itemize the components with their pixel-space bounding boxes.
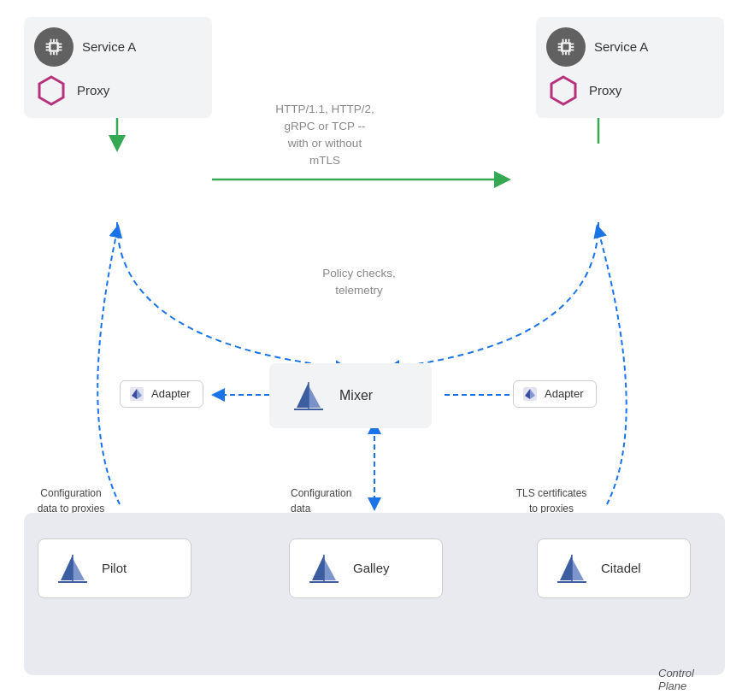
citadel-sail-icon [553,550,591,587]
svg-rect-20 [51,44,57,50]
svg-marker-21 [39,77,63,104]
citadel-box: Citadel [537,538,691,598]
galley-sail-icon [305,550,343,587]
diagram: Service A Proxy [9,9,739,692]
left-service-row: Service A [34,27,136,67]
left-adapter-label: Adapter [151,387,191,400]
right-service-label: Service A [594,39,648,54]
policy-label: Policy checks, telemetry [274,265,445,300]
mixer-box: Mixer [269,363,432,428]
control-plane-box: Pilot Galley Citadel [24,513,725,675]
citadel-label: Citadel [601,561,641,575]
pilot-sail-icon [54,550,91,587]
svg-marker-55 [560,555,572,580]
right-adapter-box: Adapter [513,380,597,408]
chip-svg-left [42,35,66,59]
svg-marker-38 [309,385,321,408]
mixer-label: Mixer [339,388,373,403]
right-service-box: Service A Proxy [536,17,724,118]
control-plane-label: Control Plane [658,667,714,677]
left-proxy-row: Proxy [34,74,109,108]
right-proxy-row: Proxy [546,74,621,108]
svg-marker-37 [297,382,309,408]
left-proxy-label: Proxy [77,83,109,97]
left-adapter-box: Adapter [120,380,203,408]
right-chip-icon [546,27,586,67]
left-service-label: Service A [82,39,136,54]
svg-marker-48 [73,558,85,580]
config-data-label: Configuration data [291,485,393,516]
right-hexagon-icon [546,74,580,108]
right-adapter-label: Adapter [545,387,584,400]
svg-marker-56 [572,558,584,580]
right-adapter-icon [522,386,538,402]
right-proxy-label: Proxy [589,83,621,97]
pilot-box: Pilot [38,538,191,598]
left-hexagon-icon [34,74,68,108]
svg-marker-51 [312,555,324,580]
mixer-sail-icon [290,377,327,415]
svg-marker-36 [551,77,575,104]
http-label: HTTP/1.1, HTTP/2, gRPC or TCP -- with or… [231,101,419,170]
svg-rect-35 [563,44,569,50]
svg-marker-47 [61,555,73,580]
left-service-box: Service A Proxy [24,17,212,118]
tls-label: TLS certificates to proxies [496,485,607,516]
left-adapter-icon [129,386,144,402]
galley-box: Galley [289,538,443,598]
left-chip-icon [34,27,74,67]
galley-label: Galley [353,561,390,575]
right-service-row: Service A [546,27,648,67]
chip-svg-right [554,35,578,59]
config-proxies-label: Configuration data to proxies [24,485,118,516]
pilot-label: Pilot [102,561,127,575]
svg-marker-52 [324,558,336,580]
